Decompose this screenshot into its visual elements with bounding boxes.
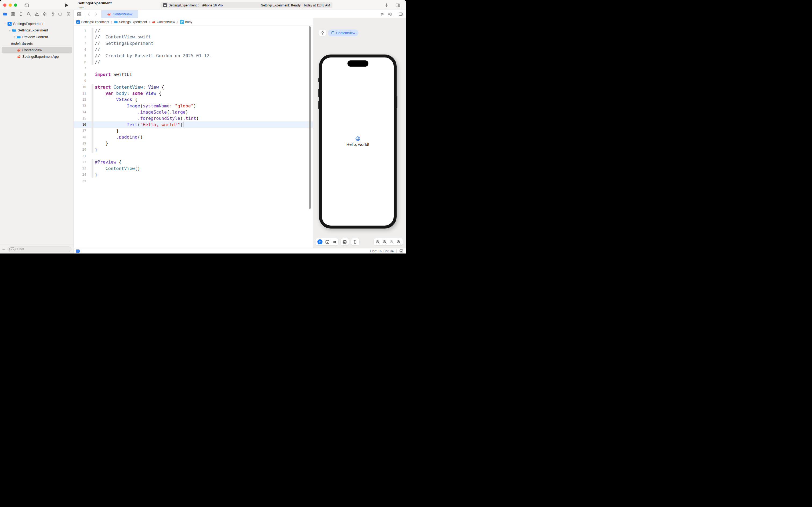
- jumpbar-chevron-icon: ⟩: [177, 20, 178, 23]
- source-control-navigator-icon[interactable]: [10, 11, 16, 17]
- project-navigator-icon[interactable]: [2, 11, 8, 17]
- preview-device-group: [351, 238, 359, 245]
- line-number: 20: [74, 148, 86, 152]
- line-number: 18: [74, 135, 86, 139]
- jumpbar-label: ContentView: [157, 20, 175, 24]
- preview-tab-chip[interactable]: ContentView: [328, 30, 358, 36]
- tree-label: SettingsExperiment: [18, 28, 48, 32]
- toggle-inspector-icon[interactable]: [395, 2, 401, 8]
- reports-navigator-icon[interactable]: [66, 11, 71, 17]
- code-text: #Preview {: [94, 160, 121, 165]
- close-window-button[interactable]: [3, 3, 6, 7]
- pin-preview-button[interactable]: [319, 30, 326, 36]
- navigator-bar: [0, 10, 74, 18]
- back-icon[interactable]: [86, 11, 92, 17]
- main-area: SettingsExperiment⟩SettingsExperiment⟩Co…: [74, 18, 406, 253]
- tests-navigator-icon[interactable]: [42, 11, 48, 17]
- toolbar: SettingsExperiment main SettingsExperime…: [0, 0, 406, 10]
- project-title-block: SettingsExperiment main: [76, 1, 112, 9]
- editor-drawer-icon[interactable]: [399, 249, 403, 253]
- jump-bar: SettingsExperiment⟩SettingsExperiment⟩Co…: [74, 18, 313, 26]
- variants-mode-button[interactable]: [332, 240, 337, 244]
- code-line: 21: [74, 153, 313, 159]
- change-ribbon: [92, 147, 94, 153]
- change-ribbon: [92, 115, 94, 121]
- add-editor-icon[interactable]: [398, 11, 403, 17]
- jumpbar-item[interactable]: SettingsExperiment: [76, 20, 109, 24]
- scheme-status-pill[interactable]: SettingsExperiment ⟩ iPhone 16 Pro Setti…: [161, 2, 333, 8]
- code-line: 18 .padding(): [74, 134, 313, 140]
- tree-row-settingsexperimentapp[interactable]: SettingsExperimentApp: [2, 53, 72, 60]
- iphone-preview-frame[interactable]: Hello, world!: [319, 55, 397, 229]
- code-text: .padding(): [94, 134, 143, 139]
- jumpbar-label: SettingsExperiment: [119, 20, 147, 24]
- find-navigator-icon[interactable]: [26, 11, 32, 17]
- breakpoints-navigator-icon[interactable]: [58, 11, 63, 17]
- scheme-name[interactable]: SettingsExperiment: [169, 3, 196, 7]
- minimap-icon[interactable]: [387, 11, 392, 17]
- preview-canvas: ContentView Hello, world!: [313, 18, 406, 248]
- tree-label: Assets: [22, 41, 33, 45]
- bookmarks-navigator-icon[interactable]: [18, 11, 23, 17]
- status-ready: Ready: [291, 3, 300, 7]
- forward-icon[interactable]: [93, 11, 99, 17]
- navigator-sidebar: SettingsExperimentSettingsExperimentPrev…: [0, 18, 74, 253]
- jumpbar-item[interactable]: Pbody: [180, 20, 192, 24]
- add-file-icon[interactable]: [2, 247, 6, 251]
- preview-hello-text: Hello, world!: [346, 142, 369, 147]
- zoom-actual-size-button[interactable]: [383, 240, 387, 244]
- disclosure-open-icon[interactable]: [3, 22, 7, 25]
- selectable-mode-button[interactable]: [325, 240, 330, 244]
- device-settings-button[interactable]: [343, 240, 347, 244]
- line-number: 7: [74, 66, 86, 70]
- jumpbar-item[interactable]: SettingsExperiment: [114, 20, 147, 24]
- zoom-out-button[interactable]: [375, 240, 380, 244]
- disclosure-open-icon[interactable]: [8, 29, 12, 32]
- add-button[interactable]: [384, 2, 389, 8]
- filter-placeholder: Filter: [17, 247, 67, 251]
- code-line: 13 Image(systemName: "globe"): [74, 103, 313, 109]
- tab-label: ContentView: [113, 12, 132, 16]
- tree-row-contentview[interactable]: ContentView: [2, 47, 72, 53]
- code-area[interactable]: 1//2// ContentView.swift3// SettingsExpe…: [74, 26, 313, 248]
- toggle-navigator-icon[interactable]: [23, 2, 30, 8]
- tree-row-preview-content[interactable]: Preview Content: [2, 34, 72, 40]
- code-line: 1//: [74, 27, 313, 34]
- zoom-in-button[interactable]: [397, 240, 401, 244]
- code-text: import SwiftUI: [94, 72, 132, 77]
- jumpbar-item[interactable]: ContentView: [152, 20, 175, 24]
- tree-row-settingsexperiment[interactable]: SettingsExperiment: [2, 27, 72, 34]
- filter-field[interactable]: Filter: [7, 246, 71, 252]
- code-line: 16 Text("Hello, world!"): [74, 121, 313, 127]
- change-ribbon: [92, 153, 94, 159]
- tab-contentview[interactable]: ContentView: [101, 10, 138, 18]
- disclosure-closed-icon[interactable]: [12, 36, 16, 38]
- breakpoint-icon[interactable]: [76, 249, 80, 253]
- code-line: 20}: [74, 147, 313, 153]
- editor-scrollbar[interactable]: [309, 26, 311, 209]
- destination-name[interactable]: iPhone 16 Pro: [202, 3, 223, 7]
- editor-bottom-bar: Line: 16 Col: 34: [74, 248, 406, 253]
- live-preview-mode-button[interactable]: [317, 239, 323, 244]
- swift-icon: [16, 55, 21, 59]
- volume-up-button: [318, 89, 319, 97]
- tree-label: ContentView: [22, 48, 42, 52]
- folder-blue-icon: [114, 20, 118, 24]
- code-line: 17 }: [74, 128, 313, 134]
- minimize-window-button[interactable]: [9, 3, 12, 7]
- related-items-icon[interactable]: [76, 11, 81, 17]
- tree-row-settingsexperiment[interactable]: SettingsExperiment: [2, 20, 72, 27]
- code-text: //: [94, 47, 100, 52]
- zoom-to-fit-button[interactable]: [390, 240, 394, 244]
- run-button[interactable]: [63, 2, 69, 8]
- change-ribbon: [92, 121, 94, 127]
- debug-navigator-icon[interactable]: [50, 11, 55, 17]
- issues-navigator-icon[interactable]: [34, 11, 40, 17]
- line-number: 21: [74, 154, 86, 158]
- code-line: 2// ContentView.swift: [74, 34, 313, 40]
- change-ribbon: [92, 159, 94, 165]
- preview-device-button[interactable]: [353, 240, 357, 244]
- tree-row-assets[interactable]: undefinedAssets: [2, 40, 72, 47]
- code-review-icon[interactable]: [380, 11, 385, 17]
- zoom-window-button[interactable]: [14, 3, 17, 7]
